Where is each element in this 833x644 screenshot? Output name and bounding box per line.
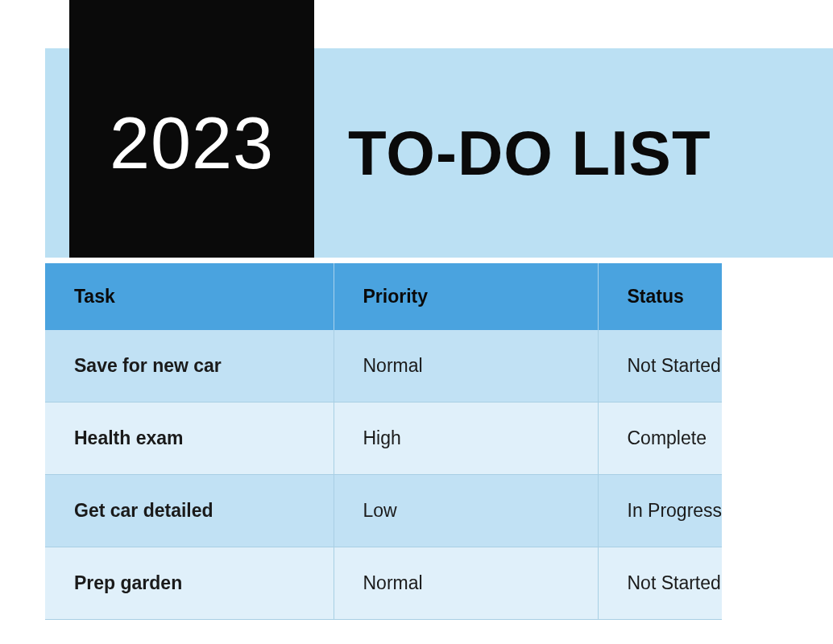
table-header-row: Task Priority Status bbox=[45, 263, 722, 330]
todo-table: Task Priority Status Save for new car No… bbox=[45, 263, 722, 620]
task-cell: Get car detailed bbox=[45, 475, 334, 547]
task-cell: Prep garden bbox=[45, 547, 334, 620]
task-cell: Health exam bbox=[45, 402, 334, 475]
page-title: TO-DO LIST bbox=[348, 117, 711, 190]
status-cell: Complete bbox=[598, 402, 722, 475]
table-row: Prep garden Normal Not Started bbox=[45, 547, 722, 620]
task-cell: Save for new car bbox=[45, 330, 334, 402]
status-cell: Not Started bbox=[598, 547, 722, 620]
priority-cell: Normal bbox=[334, 330, 598, 402]
table-row: Get car detailed Low In Progress bbox=[45, 475, 722, 547]
table-row: Health exam High Complete bbox=[45, 402, 722, 475]
priority-cell: Normal bbox=[334, 547, 598, 620]
table-row: Save for new car Normal Not Started bbox=[45, 330, 722, 402]
status-cell: Not Started bbox=[598, 330, 722, 402]
column-header-status: Status bbox=[598, 263, 722, 330]
column-header-priority: Priority bbox=[334, 263, 598, 330]
year-text: 2023 bbox=[110, 102, 274, 185]
priority-cell: Low bbox=[334, 475, 598, 547]
column-header-task: Task bbox=[45, 263, 334, 330]
year-block: 2023 bbox=[69, 0, 314, 258]
priority-cell: High bbox=[334, 402, 598, 475]
status-cell: In Progress bbox=[598, 475, 722, 547]
